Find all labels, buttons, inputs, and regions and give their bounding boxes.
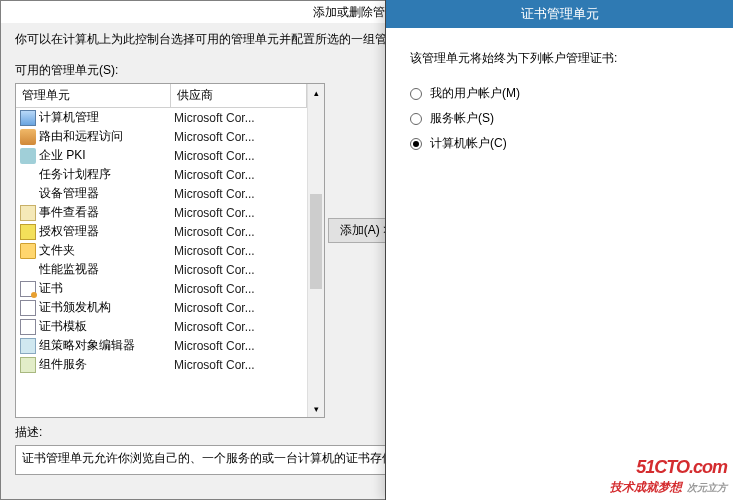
available-label: 可用的管理单元(S): <box>15 62 325 79</box>
radio-icon[interactable] <box>410 113 422 125</box>
snapin-vendor: Microsoft Cor... <box>174 358 303 372</box>
snapin-icon <box>20 281 36 297</box>
radio-icon[interactable] <box>410 138 422 150</box>
snapin-vendor: Microsoft Cor... <box>174 187 303 201</box>
snapin-icon <box>20 186 36 202</box>
snapin-name: 路由和远程访问 <box>39 128 174 145</box>
snapin-vendor: Microsoft Cor... <box>174 301 303 315</box>
account-radio-option[interactable]: 计算机帐户(C) <box>410 135 709 152</box>
snapin-icon <box>20 110 36 126</box>
snapin-vendor: Microsoft Cor... <box>174 244 303 258</box>
front-title-text: 证书管理单元 <box>521 6 599 21</box>
snapin-vendor: Microsoft Cor... <box>174 225 303 239</box>
available-snapins-list[interactable]: 管理单元 供应商 计算机管理Microsoft Cor...路由和远程访问Mic… <box>15 83 325 418</box>
snapin-name: 计算机管理 <box>39 109 174 126</box>
radio-icon[interactable] <box>410 88 422 100</box>
table-row[interactable]: 证书Microsoft Cor... <box>16 279 307 298</box>
snapin-icon <box>20 338 36 354</box>
snapin-vendor: Microsoft Cor... <box>174 130 303 144</box>
table-row[interactable]: 证书颁发机构Microsoft Cor... <box>16 298 307 317</box>
radio-label: 我的用户帐户(M) <box>430 85 520 102</box>
table-row[interactable]: 证书模板Microsoft Cor... <box>16 317 307 336</box>
scroll-up-icon[interactable]: ▴ <box>308 84 324 101</box>
col-header-name[interactable]: 管理单元 <box>16 84 171 107</box>
table-row[interactable]: 企业 PKIMicrosoft Cor... <box>16 146 307 165</box>
snapin-vendor: Microsoft Cor... <box>174 339 303 353</box>
table-row[interactable]: 授权管理器Microsoft Cor... <box>16 222 307 241</box>
scroll-thumb[interactable] <box>310 194 322 289</box>
scroll-down-icon[interactable]: ▾ <box>308 400 324 417</box>
table-row[interactable]: 性能监视器Microsoft Cor... <box>16 260 307 279</box>
snapin-vendor: Microsoft Cor... <box>174 206 303 220</box>
certificates-snapin-dialog: 证书管理单元 该管理单元将始终为下列帐户管理证书: 我的用户帐户(M)服务帐户(… <box>385 0 733 500</box>
snapin-name: 任务计划程序 <box>39 166 174 183</box>
snapin-icon <box>20 300 36 316</box>
snapin-icon <box>20 357 36 373</box>
snapin-name: 设备管理器 <box>39 185 174 202</box>
table-header: 管理单元 供应商 <box>16 84 307 108</box>
snapin-icon <box>20 148 36 164</box>
snapin-icon <box>20 129 36 145</box>
table-row[interactable]: 计算机管理Microsoft Cor... <box>16 108 307 127</box>
account-radio-option[interactable]: 我的用户帐户(M) <box>410 85 709 102</box>
table-row[interactable]: 组策略对象编辑器Microsoft Cor... <box>16 336 307 355</box>
snapin-name: 事件查看器 <box>39 204 174 221</box>
table-row[interactable]: 任务计划程序Microsoft Cor... <box>16 165 307 184</box>
snapin-name: 组策略对象编辑器 <box>39 337 174 354</box>
snapin-vendor: Microsoft Cor... <box>174 149 303 163</box>
table-row[interactable]: 事件查看器Microsoft Cor... <box>16 203 307 222</box>
snapin-icon <box>20 262 36 278</box>
table-row[interactable]: 路由和远程访问Microsoft Cor... <box>16 127 307 146</box>
col-header-vendor[interactable]: 供应商 <box>171 84 307 107</box>
table-row[interactable]: 组件服务Microsoft Cor... <box>16 355 307 374</box>
account-prompt: 该管理单元将始终为下列帐户管理证书: <box>410 50 709 67</box>
snapin-icon <box>20 205 36 221</box>
radio-label: 服务帐户(S) <box>430 110 494 127</box>
snapin-name: 证书颁发机构 <box>39 299 174 316</box>
snapin-vendor: Microsoft Cor... <box>174 263 303 277</box>
snapin-name: 证书 <box>39 280 174 297</box>
snapin-icon <box>20 319 36 335</box>
snapin-name: 企业 PKI <box>39 147 174 164</box>
snapin-name: 文件夹 <box>39 242 174 259</box>
snapin-vendor: Microsoft Cor... <box>174 168 303 182</box>
snapin-vendor: Microsoft Cor... <box>174 111 303 125</box>
snapin-name: 授权管理器 <box>39 223 174 240</box>
snapin-name: 性能监视器 <box>39 261 174 278</box>
front-titlebar: 证书管理单元 <box>386 0 733 28</box>
available-snapins-column: 可用的管理单元(S): 管理单元 供应商 计算机管理Microsoft Cor.… <box>15 58 325 418</box>
snapin-vendor: Microsoft Cor... <box>174 320 303 334</box>
scrollbar[interactable]: ▴ ▾ <box>307 84 324 417</box>
snapin-icon <box>20 224 36 240</box>
snapin-icon <box>20 243 36 259</box>
radio-label: 计算机帐户(C) <box>430 135 507 152</box>
snapin-name: 组件服务 <box>39 356 174 373</box>
table-row[interactable]: 文件夹Microsoft Cor... <box>16 241 307 260</box>
table-row[interactable]: 设备管理器Microsoft Cor... <box>16 184 307 203</box>
snapin-name: 证书模板 <box>39 318 174 335</box>
snapin-icon <box>20 167 36 183</box>
account-radio-option[interactable]: 服务帐户(S) <box>410 110 709 127</box>
account-radio-group: 我的用户帐户(M)服务帐户(S)计算机帐户(C) <box>410 85 709 152</box>
snapin-vendor: Microsoft Cor... <box>174 282 303 296</box>
